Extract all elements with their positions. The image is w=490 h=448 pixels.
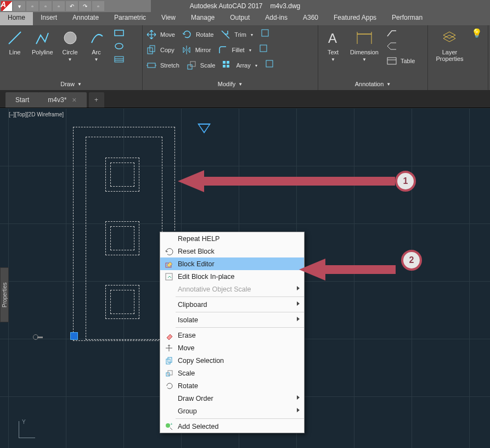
app-title: Autodesk AutoCAD 2017	[190, 2, 263, 10]
rotate-button[interactable]: Rotate	[182, 27, 213, 42]
menu-draw-order[interactable]: Draw Order	[160, 392, 304, 405]
panel-annotation-title[interactable]: Annotation▼	[322, 79, 424, 89]
array-button[interactable]: Array ▾	[222, 58, 257, 72]
arrow-body	[204, 177, 395, 186]
trim-button[interactable]: Trim ▾	[220, 27, 253, 42]
svg-rect-16	[223, 65, 226, 68]
ribbon-tab-featured apps[interactable]: Featured Apps	[326, 12, 384, 25]
extra-icon-0[interactable]	[260, 27, 271, 38]
reset-icon	[164, 247, 174, 256]
selection-grip[interactable]	[70, 332, 78, 340]
svg-rect-13	[190, 61, 195, 66]
menu-erase[interactable]: Erase	[160, 329, 304, 341]
ribbon-tab-performan[interactable]: Performan	[384, 12, 430, 25]
title-bar: ▾ ▫ ▫ ▫ ↶ ↷ ▫ Autodesk AutoCAD 2017 m4v3…	[0, 0, 490, 12]
ribbon-tab-insert[interactable]: Insert	[33, 12, 65, 25]
trim-icon	[220, 29, 231, 40]
arrow-body	[325, 265, 396, 274]
qat-new-icon[interactable]: ▾	[13, 1, 25, 11]
viewcube-arrow-icon[interactable]	[198, 124, 211, 133]
menu-reset-block[interactable]: Reset Block	[160, 245, 304, 257]
menu-block-editor[interactable]: Block Editor	[160, 257, 304, 270]
layer-properties-button[interactable]: Layer Properties	[433, 27, 465, 63]
qat-undo-icon[interactable]: ↶	[66, 1, 78, 11]
scale2-icon	[164, 368, 174, 378]
menu-edit-block-in-place[interactable]: Edit Block In-place	[160, 270, 304, 283]
menu-isolate[interactable]: Isolate	[160, 313, 304, 326]
circle-button[interactable]: Circle▼	[59, 27, 82, 63]
panel-modify-title[interactable]: Modify▼	[146, 79, 314, 89]
stretch-button[interactable]: Stretch	[146, 58, 179, 72]
qat-redo-icon[interactable]: ↷	[79, 1, 91, 11]
extra-icon-1[interactable]	[258, 43, 269, 54]
scale-button[interactable]: Scale	[186, 58, 216, 72]
menu-separator	[176, 327, 304, 328]
rect-icon[interactable]	[114, 27, 125, 38]
mleader-icon[interactable]	[386, 41, 397, 52]
qat-saveas-icon[interactable]: ▫	[53, 1, 65, 11]
app-logo[interactable]	[1, 1, 12, 11]
block-panel-3[interactable]	[105, 285, 139, 319]
bulb-icon[interactable]: 💡	[471, 27, 482, 38]
text-button[interactable]: A Text▼	[322, 27, 345, 63]
leader-icon[interactable]	[386, 27, 397, 38]
mirror-icon	[181, 44, 192, 55]
block-panel-2[interactable]	[105, 221, 139, 255]
polyline-icon	[33, 29, 52, 47]
arc-button[interactable]: Arc▼	[85, 27, 108, 63]
menu-scale[interactable]: Scale	[160, 367, 304, 379]
close-icon[interactable]: ×	[72, 96, 76, 104]
ribbon: Line Polyline Circle▼ Arc▼ Draw▼ MoveRo	[0, 25, 490, 90]
ribbon-tab-parametric[interactable]: Parametric	[106, 12, 154, 25]
viewport[interactable]: [–][Top][2D Wireframe] Properties Repeat…	[0, 108, 490, 448]
viewport-label[interactable]: [–][Top][2D Wireframe]	[9, 111, 64, 117]
qat-bar: ▾ ▫ ▫ ▫ ↶ ↷ ▫	[0, 0, 151, 12]
polyline-button[interactable]: Polyline	[30, 27, 55, 57]
qat-save-icon[interactable]: ▫	[40, 1, 52, 11]
ribbon-tab-home[interactable]: Home	[0, 12, 33, 25]
tab-add[interactable]: +	[89, 92, 104, 108]
ribbon-tab-view[interactable]: View	[154, 12, 183, 25]
menu-repeat-help[interactable]: Repeat HELP	[160, 232, 304, 245]
ribbon-tab-add-ins[interactable]: Add-ins	[257, 12, 295, 25]
extra-icon-2[interactable]	[264, 58, 275, 69]
ribbon-tab-a360[interactable]: A360	[295, 12, 326, 25]
ribbon-tab-manage[interactable]: Manage	[183, 12, 222, 25]
qat-print-icon[interactable]: ▫	[92, 1, 104, 11]
menu-group[interactable]: Group	[160, 405, 304, 417]
hatch-icon[interactable]	[114, 54, 125, 65]
move-icon	[146, 29, 157, 40]
chevron-right-icon	[297, 286, 300, 290]
menu-add-selected[interactable]: +Add Selected	[160, 420, 304, 433]
bedit-icon	[164, 259, 174, 269]
fillet-button[interactable]: Fillet ▾	[217, 43, 251, 57]
menu-copy-selection[interactable]: Copy Selection	[160, 354, 304, 367]
arrow-head-icon	[299, 259, 325, 281]
table-button[interactable]: Table	[386, 54, 415, 68]
svg-rect-11	[148, 63, 155, 68]
line-button[interactable]: Line	[3, 27, 26, 57]
array-icon	[222, 60, 233, 71]
mirror-button[interactable]: Mirror	[181, 43, 211, 57]
move2-icon	[164, 343, 174, 353]
properties-palette-tab[interactable]: Properties	[0, 267, 9, 322]
ribbon-tab-annotate[interactable]: Annotate	[65, 12, 106, 25]
panel-draw: Line Polyline Circle▼ Arc▼ Draw▼	[0, 25, 143, 90]
menu-move[interactable]: Move	[160, 341, 304, 354]
menu-clipboard[interactable]: Clipboard	[160, 298, 304, 311]
qat-open-icon[interactable]: ▫	[26, 1, 38, 11]
arrow-head-icon	[178, 170, 204, 192]
copy-button[interactable]: Copy	[146, 43, 174, 57]
marker-circle-1: 1	[395, 171, 416, 192]
dimension-button[interactable]: Dimension▼	[348, 27, 381, 63]
ribbon-tab-output[interactable]: Output	[222, 12, 257, 25]
tab-m4v3[interactable]: m4v3*×	[38, 92, 86, 108]
menu-rotate[interactable]: Rotate	[160, 379, 304, 392]
panel-draw-title[interactable]: Draw▼	[3, 79, 139, 89]
move-button[interactable]: Move	[146, 27, 175, 42]
block-panel-1[interactable]	[105, 158, 139, 192]
ellipse-icon[interactable]	[114, 41, 125, 52]
svg-point-33	[166, 423, 170, 428]
stretch-icon	[146, 60, 157, 71]
tab-start[interactable]: Start	[5, 92, 39, 108]
